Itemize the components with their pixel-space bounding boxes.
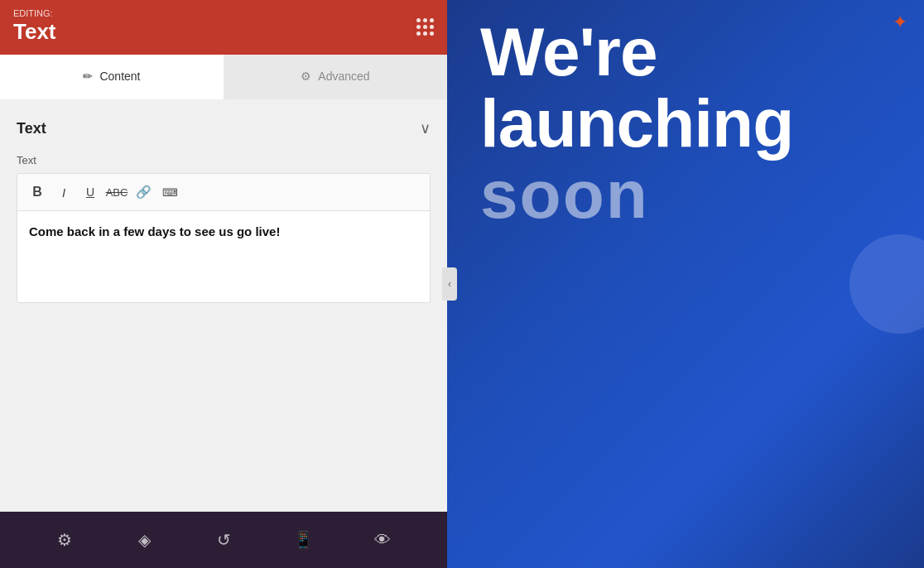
editing-title: Text [13, 19, 56, 45]
sliders-icon: ⚙ [301, 70, 311, 83]
bold-button[interactable]: B [26, 181, 49, 204]
left-panel: EDITING: Text ✏ Content ⚙ Advanced T [0, 0, 447, 568]
tab-advanced[interactable]: ⚙ Advanced [224, 55, 447, 99]
history-icon[interactable]: ↺ [209, 525, 238, 555]
right-panel: ✦ We're launching soon B I U ABC 🔗 ☰ ≡ ☰… [447, 0, 924, 568]
underline-button[interactable]: U [79, 181, 102, 204]
section-header: Text ∨ [17, 119, 431, 137]
spark-decoration: ✦ [893, 12, 907, 33]
pencil-icon: ✏ [83, 70, 93, 83]
strikethrough-button[interactable]: ABC [105, 181, 128, 204]
grid-menu-icon[interactable] [416, 18, 434, 36]
field-label: Text [17, 154, 431, 166]
panel-footer: ⚙ ◈ ↺ 📱 👁 [0, 512, 447, 568]
text-content-area[interactable]: Come back in a few days to see us go liv… [17, 211, 430, 302]
hero-text: We're launching soon [447, 0, 924, 238]
deco-circle [849, 234, 924, 334]
mobile-icon[interactable]: 📱 [288, 525, 318, 555]
tab-content[interactable]: ✏ Content [0, 55, 224, 99]
panel-header: EDITING: Text [0, 0, 447, 55]
layers-icon[interactable]: ◈ [129, 525, 159, 555]
section-title: Text [17, 120, 46, 137]
link-button[interactable]: 🔗 [132, 181, 155, 204]
collapse-handle[interactable]: ‹ [442, 267, 457, 301]
editing-label: EDITING: [13, 8, 56, 19]
text-toolbar: B I U ABC 🔗 ⌨ [17, 174, 430, 211]
hero-heading-line2: launching [480, 88, 899, 159]
panel-body: Text ∨ Text B I U ABC 🔗 ⌨ Come back in a… [0, 99, 447, 512]
hero-heading-line1: We're [480, 17, 899, 88]
settings-icon[interactable]: ⚙ [50, 525, 79, 555]
keyboard-button[interactable]: ⌨ [158, 181, 181, 204]
hero-heading-line3: soon [480, 159, 899, 230]
editing-info: EDITING: Text [13, 8, 56, 45]
tab-bar: ✏ Content ⚙ Advanced [0, 55, 447, 99]
preview-icon[interactable]: 👁 [368, 525, 397, 555]
italic-button[interactable]: I [52, 181, 75, 204]
chevron-down-icon[interactable]: ∨ [420, 119, 431, 137]
text-editor: B I U ABC 🔗 ⌨ Come back in a few days to… [17, 173, 431, 303]
